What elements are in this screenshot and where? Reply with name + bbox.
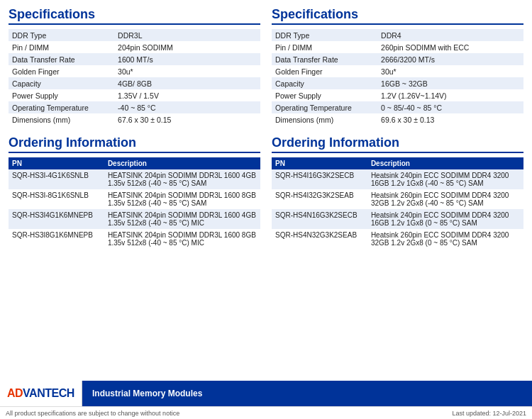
ordering-pn: SQR-HS3I4G1K6MNEPB [9, 209, 104, 229]
table-row: Golden Finger30u* [272, 65, 523, 77]
table-row: SQR-HS4I16G3K2SECBHeatsink 240pin ECC SO… [272, 169, 523, 189]
footer-logo-block: ADVANTECH [0, 381, 82, 406]
table-row: Operating Temperature0 ~ 85/-40 ~ 85 °C [272, 101, 523, 113]
footer-logo: ADVANTECH [7, 387, 74, 400]
spec-label: Golden Finger [9, 65, 114, 77]
table-row: SQR-HS3I-4G1K6SNLBHEATSINK 204pin SODIMM… [9, 169, 260, 189]
table-row: Golden Finger30u* [9, 65, 260, 77]
footer-note: All product specifications are subject t… [6, 410, 179, 417]
right-ordering-table: PN Description SQR-HS4I16G3K2SECBHeatsin… [272, 157, 523, 249]
footer: ADVANTECH Industrial Memory Modules All … [0, 381, 532, 419]
spec-value: 67.6 x 30 ± 0.15 [114, 113, 260, 125]
spec-value: 2666/3200 MT/s [377, 53, 523, 65]
ordering-desc: HEATSINK 204pin SODIMM DDR3L 1600 8GB 1.… [104, 189, 260, 209]
table-row: Data Transfer Rate2666/3200 MT/s [272, 53, 523, 65]
spec-value: DDR4 [377, 29, 523, 41]
footer-product-line: Industrial Memory Modules [82, 389, 202, 398]
table-row: Capacity16GB ~ 32GB [272, 77, 523, 89]
left-spec-table: DDR TypeDDR3LPin / DIMM204pin SODIMMData… [9, 29, 260, 125]
ordering-pn: SQR-HS4I16G3K2SECB [272, 169, 367, 189]
spec-label: Operating Temperature [9, 101, 114, 113]
spec-value: 1.35V / 1.5V [114, 89, 260, 101]
spec-value: 1.2V (1.26V~1.14V) [377, 89, 523, 101]
table-row: Dimensions (mm)69.6 x 30 ± 0.13 [272, 113, 523, 125]
right-ordering-title: Ordering Information [272, 135, 523, 153]
spec-value: 260pin SODIMM with ECC [377, 41, 523, 53]
spec-label: DDR Type [9, 29, 114, 41]
spec-label: Dimensions (mm) [9, 113, 114, 125]
ordering-pn: SQR-HS3I-4G1K6SNLB [9, 169, 104, 189]
spec-value: 4GB/ 8GB [114, 77, 260, 89]
right-ordering-col-desc: Description [367, 157, 523, 169]
spec-value: 69.6 x 30 ± 0.13 [377, 113, 523, 125]
table-row: Power Supply1.2V (1.26V~1.14V) [272, 89, 523, 101]
spec-label: Pin / DIMM [272, 41, 377, 53]
left-spec-title: Specifications [9, 7, 260, 25]
spec-value: -40 ~ 85 °C [114, 101, 260, 113]
footer-bottom: All product specifications are subject t… [0, 406, 532, 419]
spec-label: Power Supply [272, 89, 377, 101]
table-row: Data Transfer Rate1600 MT/s [9, 53, 260, 65]
left-ordering-col-desc: Description [104, 157, 260, 169]
table-row: SQR-HS4I32G3K2SEABHeatsink 260pin ECC SO… [272, 189, 523, 209]
ordering-pn: SQR-HS4N16G3K2SECB [272, 209, 367, 229]
table-row: SQR-HS4N32G3K2SEABHeatsink 260pin ECC SO… [272, 229, 523, 249]
spec-label: Power Supply [9, 89, 114, 101]
table-row: Capacity4GB/ 8GB [9, 77, 260, 89]
left-ordering-table: PN Description SQR-HS3I-4G1K6SNLBHEATSIN… [9, 157, 260, 249]
spec-value: 0 ~ 85/-40 ~ 85 °C [377, 101, 523, 113]
footer-date: Last updated: 12-Jul-2021 [452, 410, 526, 417]
spec-value: 204pin SODIMM [114, 41, 260, 53]
spec-value: DDR3L [114, 29, 260, 41]
right-ordering-col-pn: PN [272, 157, 367, 169]
spec-label: DDR Type [272, 29, 377, 41]
spec-label: Dimensions (mm) [272, 113, 377, 125]
ordering-desc: Heatsink 240pin ECC SODIMM DDR4 3200 16G… [367, 209, 523, 229]
spec-value: 1600 MT/s [114, 53, 260, 65]
table-row: Pin / DIMM204pin SODIMM [9, 41, 260, 53]
ordering-desc: HEATSINK 204pin SODIMM DDR3L 1600 8GB 1.… [104, 229, 260, 249]
table-row: SQR-HS4N16G3K2SECBHeatsink 240pin ECC SO… [272, 209, 523, 229]
table-row: Operating Temperature-40 ~ 85 °C [9, 101, 260, 113]
spec-label: Data Transfer Rate [9, 53, 114, 65]
ordering-desc: Heatsink 260pin ECC SODIMM DDR4 3200 32G… [367, 189, 523, 209]
right-column: Specifications DDR TypeDDR4Pin / DIMM260… [272, 7, 523, 249]
ordering-desc: Heatsink 260pin ECC SODIMM DDR4 3200 32G… [367, 229, 523, 249]
left-ordering-col-pn: PN [9, 157, 104, 169]
table-row: DDR TypeDDR3L [9, 29, 260, 41]
table-row: Power Supply1.35V / 1.5V [9, 89, 260, 101]
ordering-pn: SQR-HS4I32G3K2SEAB [272, 189, 367, 209]
spec-label: Capacity [272, 77, 377, 89]
spec-label: Golden Finger [272, 65, 377, 77]
spec-label: Capacity [9, 77, 114, 89]
right-spec-table: DDR TypeDDR4Pin / DIMM260pin SODIMM with… [272, 29, 523, 125]
ordering-pn: SQR-HS3I8G1K6MNEPB [9, 229, 104, 249]
spec-value: 30u* [114, 65, 260, 77]
table-row: SQR-HS3I8G1K6MNEPBHEATSINK 204pin SODIMM… [9, 229, 260, 249]
ordering-pn: SQR-HS3I-8G1K6SNLB [9, 189, 104, 209]
table-row: SQR-HS3I-8G1K6SNLBHEATSINK 204pin SODIMM… [9, 189, 260, 209]
table-row: DDR TypeDDR4 [272, 29, 523, 41]
spec-value: 16GB ~ 32GB [377, 77, 523, 89]
table-row: Dimensions (mm)67.6 x 30 ± 0.15 [9, 113, 260, 125]
table-row: Pin / DIMM260pin SODIMM with ECC [272, 41, 523, 53]
ordering-desc: HEATSINK 204pin SODIMM DDR3L 1600 4GB 1.… [104, 169, 260, 189]
left-ordering-title: Ordering Information [9, 135, 260, 153]
footer-blue-bar: ADVANTECH Industrial Memory Modules [0, 381, 532, 406]
spec-label: Operating Temperature [272, 101, 377, 113]
spec-label: Data Transfer Rate [272, 53, 377, 65]
left-column: Specifications DDR TypeDDR3LPin / DIMM20… [9, 7, 260, 249]
ordering-desc: Heatsink 240pin ECC SODIMM DDR4 3200 16G… [367, 169, 523, 189]
ordering-desc: HEATSINK 204pin SODIMM DDR3L 1600 4GB 1.… [104, 209, 260, 229]
spec-value: 30u* [377, 65, 523, 77]
ordering-pn: SQR-HS4N32G3K2SEAB [272, 229, 367, 249]
right-spec-title: Specifications [272, 7, 523, 25]
table-row: SQR-HS3I4G1K6MNEPBHEATSINK 204pin SODIMM… [9, 209, 260, 229]
spec-label: Pin / DIMM [9, 41, 114, 53]
